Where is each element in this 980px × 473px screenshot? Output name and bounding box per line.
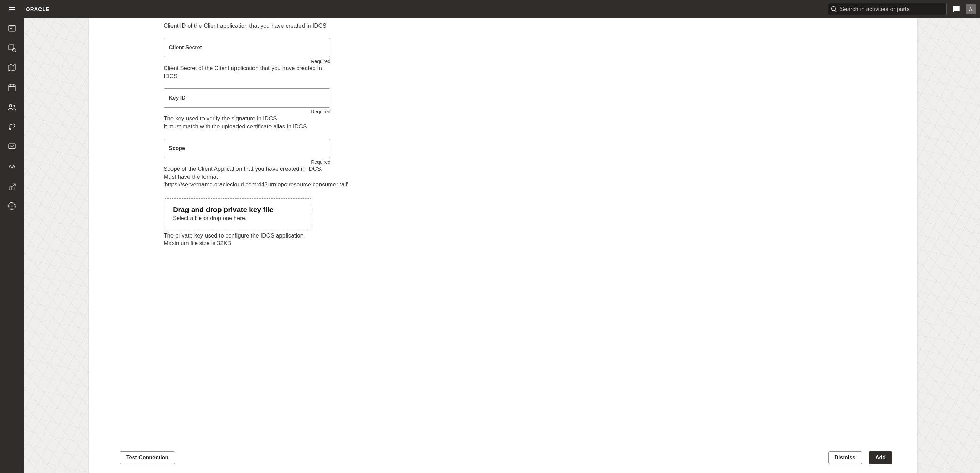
scope-input[interactable]: Scope [164,139,331,158]
client-secret-field-wrap: Client Secret Required [164,38,331,64]
nav-route[interactable] [7,122,17,132]
hamburger-icon [8,5,16,13]
key-id-help: The key used to verify the signature in … [164,115,331,131]
nav-resource-search[interactable] [7,43,17,53]
map-icon [8,63,16,72]
gauge-icon [8,162,16,171]
nav-reports[interactable] [7,182,17,191]
dropzone-help: The private key used to configure the ID… [164,232,331,248]
resource-search-icon [8,43,16,53]
svg-text:ORACLE: ORACLE [26,6,49,12]
trend-icon [8,182,16,191]
svg-rect-17 [8,143,15,148]
svg-point-15 [13,105,14,107]
svg-point-16 [9,128,10,130]
nav-dispatch[interactable] [7,24,17,33]
dropzone-title: Drag and drop private key file [173,205,303,214]
left-nav-rail [0,18,24,473]
key-id-label: Key ID [169,95,186,101]
nav-settings[interactable] [7,201,17,211]
client-secret-help: Client Secret of the Client application … [164,65,331,80]
key-id-field-wrap: Key ID Required [164,89,331,114]
nav-map[interactable] [7,63,17,72]
dialog-footer: Test Connection Dismiss Add [89,444,917,473]
svg-line-6 [15,51,16,52]
client-secret-input[interactable]: Client Secret [164,38,331,57]
search-icon [830,6,837,13]
scope-help: Scope of the Client Application that you… [164,166,331,189]
team-icon [8,103,16,111]
nav-calendar[interactable] [7,83,17,92]
private-key-dropzone[interactable]: Drag and drop private key file Select a … [164,198,312,229]
oracle-logo: ORACLE [26,6,73,12]
key-id-input[interactable]: Key ID [164,89,331,108]
dropzone-subtitle: Select a file or drop one here. [173,215,303,221]
client-id-help: Client ID of the Client application that… [164,22,331,30]
top-bar: ORACLE A [0,0,980,18]
settings-gear-icon [8,201,16,210]
dialog-panel: Client ID of the Client application that… [89,18,917,473]
scope-field-wrap: Scope Required [164,139,331,165]
scope-required: Required [311,159,331,165]
chat-icon [952,5,961,14]
svg-point-14 [9,105,11,107]
user-avatar[interactable]: A [966,4,976,14]
add-button[interactable]: Add [869,451,892,464]
svg-point-21 [11,167,13,169]
global-search[interactable] [827,3,947,15]
nav-dashboard[interactable] [7,162,17,171]
key-id-required: Required [311,109,331,114]
route-icon [8,123,16,131]
svg-marker-7 [8,64,15,71]
form-column: Client ID of the Client application that… [164,22,331,247]
scope-label: Scope [169,145,185,151]
svg-rect-4 [8,45,14,50]
monitor-icon [8,142,16,151]
dispatch-icon [8,24,16,33]
messages-button[interactable] [951,5,961,14]
content-area: Client ID of the Client application that… [24,18,980,473]
dismiss-button[interactable]: Dismiss [828,451,862,464]
avatar-initial: A [969,6,972,12]
calendar-icon [8,83,16,92]
nav-team[interactable] [7,102,17,112]
client-secret-label: Client Secret [169,45,202,51]
hamburger-menu-button[interactable] [0,0,24,18]
test-connection-button[interactable]: Test Connection [120,451,175,464]
search-input[interactable] [837,6,943,13]
nav-monitor[interactable] [7,142,17,151]
client-secret-required: Required [311,59,331,64]
svg-point-26 [11,205,13,207]
svg-rect-10 [8,85,15,91]
